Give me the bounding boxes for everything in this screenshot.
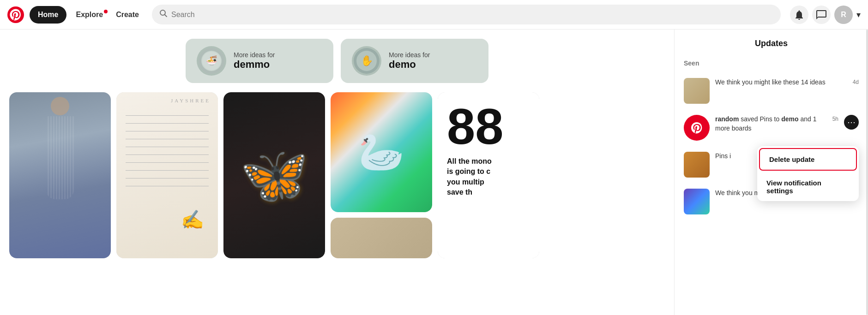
notif-thumb-14ideas: [684, 78, 710, 104]
notif-time-random-saved: 5h: [832, 115, 838, 122]
search-bar: [152, 5, 781, 24]
pin-col-3: 🦋: [223, 92, 325, 258]
notif-content-random-saved: random saved Pins to demo and 1 more boa…: [715, 115, 823, 133]
demo-card-thumb: ✋: [352, 46, 381, 76]
content-area: 🍜 More ideas for demmo ✋ More: [0, 30, 674, 315]
account-chevron-button[interactable]: ▾: [856, 10, 861, 20]
header: Home Explore Create R ▾: [0, 0, 868, 30]
pin-col-5: 88 All the monois going to cyou multipsa…: [438, 92, 539, 258]
demmo-card-text: More ideas for demmo: [234, 51, 275, 71]
pin-grid: JAYSHREE: [0, 92, 674, 258]
notif-text-random-saved: random saved Pins to demo and 1 more boa…: [715, 115, 816, 132]
notification-item-14ideas[interactable]: We think you might like these 14 ideas 4…: [675, 72, 868, 109]
more-ideas-card-demo[interactable]: ✋ More ideas for demo: [341, 39, 488, 83]
notification-item-random-saved[interactable]: random saved Pins to demo and 1 more boa…: [675, 109, 868, 146]
more-ideas-row: 🍜 More ideas for demmo ✋ More: [0, 39, 674, 83]
notif-thumb-mandala: [684, 152, 710, 178]
explore-notification-dot: [104, 10, 108, 13]
pin-card-numbers[interactable]: 88 All the monois going to cyou multipsa…: [438, 92, 539, 258]
home-nav-button[interactable]: Home: [30, 6, 66, 24]
svg-point-0: [7, 6, 24, 23]
demo-card-text: More ideas for demo: [389, 51, 430, 71]
demmo-card-thumb: 🍜: [197, 46, 226, 76]
search-input[interactable]: [171, 11, 773, 19]
pin-col-4: 🦢: [331, 92, 432, 258]
notif-text-14ideas: We think you might like these 14 ideas: [715, 78, 826, 86]
svg-text:✋: ✋: [361, 54, 374, 67]
delete-update-button[interactable]: Delete update: [759, 148, 857, 171]
panel-title: Updates: [675, 39, 868, 48]
context-menu: Delete update View notification settings: [757, 146, 859, 201]
more-ideas-card-demmo[interactable]: 🍜 More ideas for demmo: [186, 39, 333, 83]
svg-line-2: [164, 15, 167, 17]
pin-card-dress[interactable]: [9, 92, 111, 258]
header-right: R ▾: [790, 6, 861, 24]
create-nav-button[interactable]: Create: [112, 6, 143, 24]
pin-col-2: JAYSHREE: [116, 92, 218, 258]
notif-thumb-18ideas: [684, 189, 710, 214]
section-seen-label: Seen: [675, 58, 868, 72]
demmo-card-label: More ideas for: [234, 51, 275, 59]
pin-card-butterfly[interactable]: 🦋: [223, 92, 325, 258]
notif-text-pins: Pins i: [715, 152, 731, 160]
pin-col-1: [9, 92, 111, 258]
notif-thumb-pinterest: [684, 115, 710, 141]
pin-card-drawing[interactable]: JAYSHREE: [116, 92, 218, 258]
three-dot-menu-button[interactable]: ⋯: [844, 115, 859, 130]
notification-settings-button[interactable]: View notification settings: [757, 172, 859, 201]
notifications-button[interactable]: [790, 6, 808, 24]
pinterest-logo[interactable]: [7, 6, 24, 23]
pin-card-small-bottom[interactable]: [331, 218, 432, 258]
demo-card-label: More ideas for: [389, 51, 430, 59]
demo-card-name: demo: [389, 59, 430, 71]
explore-nav-button[interactable]: Explore: [72, 6, 107, 24]
main-layout: 🍜 More ideas for demmo ✋ More: [0, 30, 868, 315]
messages-button[interactable]: [812, 6, 831, 24]
demmo-card-name: demmo: [234, 59, 275, 71]
sidebar-panel: Updates Seen We think you might like the…: [674, 30, 868, 315]
notif-content-14ideas: We think you might like these 14 ideas: [715, 78, 844, 87]
search-icon: [159, 9, 168, 20]
svg-text:🍜: 🍜: [206, 55, 217, 66]
pin-card-bird[interactable]: 🦢: [331, 92, 432, 212]
notif-time-14ideas: 4d: [853, 78, 859, 85]
user-avatar-button[interactable]: R: [834, 6, 853, 24]
